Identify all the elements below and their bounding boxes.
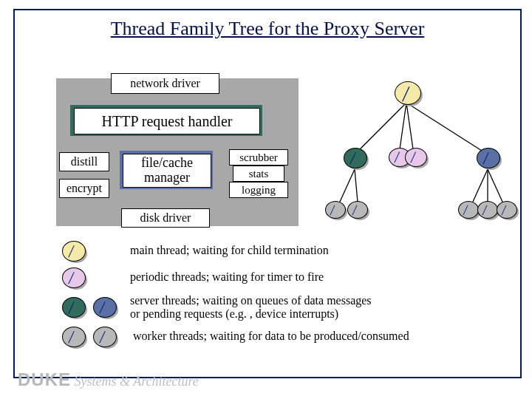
tree-node-server-b: / [477, 148, 500, 168]
legend-swatch-server-b: / [93, 297, 117, 318]
tree-node-periodic2: / [405, 148, 427, 167]
legend-swatch-main: / [62, 241, 86, 262]
legend-swatch-server-a: / [62, 297, 86, 318]
box-disk-driver: disk driver [121, 208, 210, 228]
tree-node-server-a: / [344, 148, 367, 168]
legend-server-line1: server threads; waiting on queues of dat… [130, 294, 372, 307]
legend-swatch-worker-1: / [62, 327, 86, 347]
svg-line-1 [399, 103, 406, 154]
footer-duke: DUKE [18, 369, 71, 389]
legend-periodic: periodic threads; waiting for timer to f… [130, 270, 324, 284]
svg-line-2 [406, 103, 414, 154]
svg-line-3 [406, 103, 488, 154]
box-stats: stats [233, 166, 284, 182]
tree-node-worker: / [325, 201, 346, 219]
box-scrubber: scrubber [229, 149, 288, 166]
slide-frame: Thread Family Tree for the Proxy Server … [13, 9, 522, 378]
legend-swatch-worker-2: / [93, 327, 117, 347]
box-encrypt: encrypt [59, 179, 109, 198]
legend-worker: worker threads; waiting for data to be p… [133, 330, 409, 343]
tree-node-worker: / [458, 201, 479, 219]
box-http-handler: HTTP request handler [74, 108, 260, 134]
box-distill: distill [59, 152, 109, 171]
tree-node-main: / [395, 81, 421, 105]
tree-node-worker: / [477, 201, 498, 219]
legend-server-line2: or pending requests (e.g. , device inter… [130, 307, 338, 321]
footer: DUKE Systems & Architecture [18, 369, 199, 390]
box-network-driver: network driver [111, 73, 219, 94]
box-logging: logging [229, 182, 288, 198]
footer-sa: Systems & Architecture [75, 374, 199, 389]
tree-node-worker: / [497, 201, 517, 219]
legend-swatch-periodic: / [62, 267, 86, 288]
svg-line-0 [355, 103, 406, 154]
box-file-cache: file/cache manager [123, 154, 211, 188]
tree-node-worker: / [347, 201, 368, 219]
page-title: Thread Family Tree for the Proxy Server [15, 18, 520, 40]
legend-main: main thread; waiting for child terminati… [130, 244, 329, 257]
